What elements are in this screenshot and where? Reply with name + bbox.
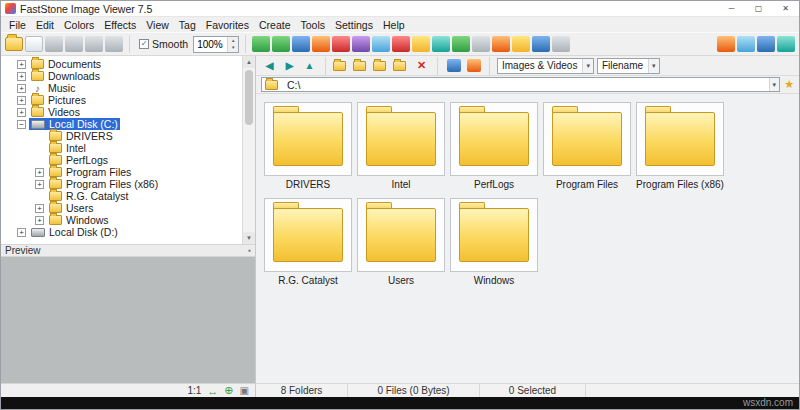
fit-width-icon[interactable]: ↔: [207, 385, 218, 397]
chevron-down-icon[interactable]: ▾: [582, 59, 593, 73]
layout-split-icon[interactable]: [777, 36, 795, 52]
adjust-colors-icon[interactable]: [332, 36, 350, 52]
move-to-icon[interactable]: [105, 36, 123, 52]
scroll-thumb[interactable]: [245, 70, 253, 125]
draw-icon[interactable]: [372, 36, 390, 52]
sort-order-select[interactable]: Filename ▾: [597, 58, 660, 74]
expander-icon[interactable]: +: [17, 84, 26, 93]
menu-tools[interactable]: Tools: [295, 19, 330, 31]
folder-tile-program-files[interactable]: Program Files: [543, 102, 631, 190]
maximize-button[interactable]: ▢: [745, 1, 772, 16]
smooth-checkbox[interactable]: ✓ Smooth: [139, 38, 188, 50]
layout-fullscreen-icon[interactable]: [757, 36, 775, 52]
menu-help[interactable]: Help: [378, 19, 410, 31]
minimize-button[interactable]: ─: [718, 1, 745, 16]
menu-view[interactable]: View: [141, 19, 174, 31]
favorites-icon[interactable]: ★: [784, 78, 794, 91]
effects-icon[interactable]: [352, 36, 370, 52]
tree-item-local-disk-d[interactable]: + Local Disk (D:): [1, 226, 255, 238]
zoom-spinner[interactable]: ▴ ▾: [227, 37, 238, 52]
expander-icon[interactable]: +: [17, 96, 26, 105]
rotate-right-icon[interactable]: [272, 36, 290, 52]
tree-item-documents[interactable]: + Documents: [1, 58, 255, 70]
root-folder-button[interactable]: [333, 58, 350, 74]
folder-tile-rg-catalyst[interactable]: R.G. Catalyst: [264, 198, 352, 286]
spin-up-icon[interactable]: ▴: [228, 37, 238, 45]
settings-icon[interactable]: [552, 36, 570, 52]
resize-icon[interactable]: [312, 36, 330, 52]
chevron-down-icon[interactable]: ▾: [769, 78, 780, 91]
tree-item-rg-catalyst[interactable]: R.G. Catalyst: [1, 190, 255, 202]
menu-edit[interactable]: Edit: [31, 19, 59, 31]
folder-tile-program-files-x86[interactable]: Program Files (x86): [636, 102, 724, 190]
slideshow-icon[interactable]: [452, 36, 470, 52]
print-icon[interactable]: [532, 36, 550, 52]
folder-tile-drivers[interactable]: DRIVERS: [264, 102, 352, 190]
crop-icon[interactable]: [292, 36, 310, 52]
pin-icon[interactable]: ▪: [248, 246, 251, 255]
refresh-folder-button[interactable]: [353, 58, 370, 74]
tree-item-perflogs[interactable]: PerfLogs: [1, 154, 255, 166]
expander-icon[interactable]: +: [17, 72, 26, 81]
red-eye-icon[interactable]: [392, 36, 410, 52]
tree-item-drivers[interactable]: DRIVERS: [1, 130, 255, 142]
back-icon[interactable]: ◀: [261, 58, 278, 74]
copy-to-icon[interactable]: [85, 36, 103, 52]
menu-settings[interactable]: Settings: [330, 19, 378, 31]
file-filter-select[interactable]: Images & Videos ▾: [497, 58, 594, 74]
menu-create[interactable]: Create: [254, 19, 296, 31]
expander-icon[interactable]: −: [17, 120, 26, 129]
menu-effects[interactable]: Effects: [99, 19, 141, 31]
menu-tag[interactable]: Tag: [174, 19, 201, 31]
expander-icon[interactable]: +: [17, 228, 26, 237]
forward-icon[interactable]: ▶: [281, 58, 298, 74]
tree-scrollbar[interactable]: ▲ ▼: [242, 56, 255, 244]
expander-icon[interactable]: +: [35, 180, 44, 189]
open-file-icon[interactable]: [25, 36, 43, 52]
tree-item-pictures[interactable]: + Pictures: [1, 94, 255, 106]
scan-icon[interactable]: [472, 36, 490, 52]
panel-toggle-icon[interactable]: ▣: [240, 385, 249, 396]
save-icon[interactable]: [45, 36, 63, 52]
browse-folders-icon[interactable]: [5, 37, 23, 51]
compare-icon[interactable]: [432, 36, 450, 52]
menu-favorites[interactable]: Favorites: [201, 19, 254, 31]
chevron-down-icon[interactable]: ▾: [648, 59, 659, 73]
tree-item-windows[interactable]: + Windows: [1, 214, 255, 226]
spin-down-icon[interactable]: ▾: [228, 44, 238, 52]
tree-item-program-files[interactable]: + Program Files: [1, 166, 255, 178]
menu-file[interactable]: File: [4, 19, 31, 31]
menu-colors[interactable]: Colors: [59, 19, 99, 31]
close-button[interactable]: ✕: [772, 1, 799, 16]
delete-icon[interactable]: ✕: [413, 58, 430, 74]
thumbnail-view-icon[interactable]: [445, 58, 462, 74]
tree-item-music[interactable]: + ♪Music: [1, 82, 255, 94]
expander-icon[interactable]: +: [35, 204, 44, 213]
folder-tile-perflogs[interactable]: PerfLogs: [450, 102, 538, 190]
tree-item-intel[interactable]: Intel: [1, 142, 255, 154]
layout-browser-icon[interactable]: [717, 36, 735, 52]
email-icon[interactable]: [512, 36, 530, 52]
scroll-down-icon[interactable]: ▼: [243, 232, 255, 244]
checkbox-check-icon[interactable]: ✓: [139, 39, 149, 49]
folder-tile-windows[interactable]: Windows: [450, 198, 538, 286]
zoom-combo[interactable]: 100% ▴ ▾: [193, 36, 239, 53]
expander-icon[interactable]: +: [35, 168, 44, 177]
save-as-icon[interactable]: [65, 36, 83, 52]
folder-tile-intel[interactable]: Intel: [357, 102, 445, 190]
expander-icon[interactable]: +: [17, 108, 26, 117]
tree-item-users[interactable]: + Users: [1, 202, 255, 214]
up-icon[interactable]: ▲: [301, 58, 318, 74]
address-input[interactable]: C:\ ▾: [261, 77, 780, 92]
zoom-fit-icon[interactable]: ⊕: [224, 384, 233, 397]
new-folder-button[interactable]: [373, 58, 390, 74]
layout-viewer-icon[interactable]: [737, 36, 755, 52]
tree-item-local-disk-c[interactable]: − Local Disk (C:): [1, 118, 255, 130]
rotate-left-icon[interactable]: [252, 36, 270, 52]
tree-item-program-files-x86[interactable]: + Program Files (x86): [1, 178, 255, 190]
tree-item-downloads[interactable]: + Downloads: [1, 70, 255, 82]
expander-icon[interactable]: +: [17, 60, 26, 69]
favorites-folder-button[interactable]: [393, 58, 410, 74]
expander-icon[interactable]: +: [35, 216, 44, 225]
scroll-up-icon[interactable]: ▲: [243, 56, 255, 68]
